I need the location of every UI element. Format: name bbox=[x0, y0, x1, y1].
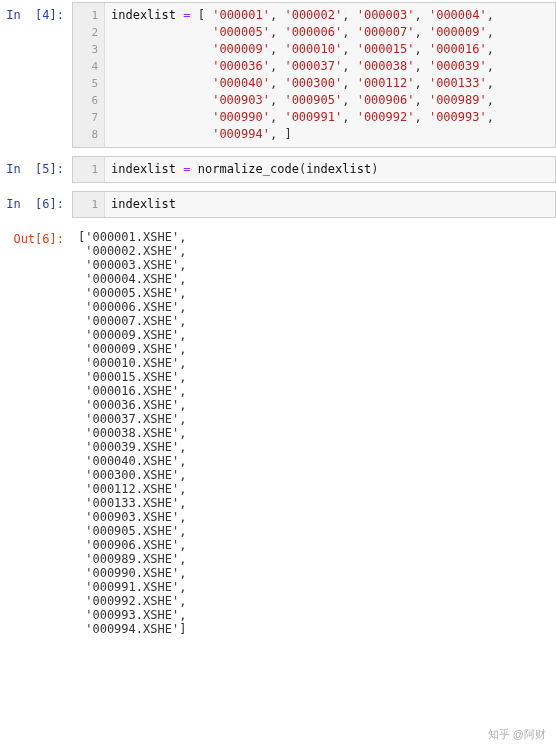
code-token: '000001' bbox=[212, 8, 270, 22]
code-token: '000007' bbox=[357, 25, 415, 39]
code-token: , bbox=[342, 8, 356, 22]
code-token bbox=[111, 93, 212, 107]
code-token: , bbox=[342, 42, 356, 56]
line-gutter: 1 bbox=[73, 192, 105, 217]
code-token: , bbox=[270, 8, 284, 22]
input-prompt: In [6]: bbox=[0, 191, 72, 218]
input-area[interactable]: 1indexlist = normalize_code(indexlist) bbox=[72, 156, 556, 183]
code-token: , bbox=[487, 25, 494, 39]
code-token: = bbox=[183, 162, 190, 176]
code-token: , bbox=[414, 110, 428, 124]
code-token: '000903' bbox=[212, 93, 270, 107]
code-token: '000038' bbox=[357, 59, 415, 73]
code-cell: In [5]:1indexlist = normalize_code(index… bbox=[0, 154, 556, 185]
code-token: '000300' bbox=[284, 76, 342, 90]
code-token: , bbox=[342, 93, 356, 107]
line-number: 1 bbox=[77, 7, 98, 24]
code-token: indexlist bbox=[306, 162, 371, 176]
code-token: , bbox=[342, 59, 356, 73]
code-token: , bbox=[414, 8, 428, 22]
code-token: , ] bbox=[270, 127, 292, 141]
code-token: '000006' bbox=[284, 25, 342, 39]
code-token bbox=[111, 59, 212, 73]
code-token: '000133' bbox=[429, 76, 487, 90]
code-token: , bbox=[414, 25, 428, 39]
code-editor[interactable]: indexlist = [ '000001', '000002', '00000… bbox=[105, 3, 555, 147]
code-token: normalize_code bbox=[198, 162, 299, 176]
code-token: , bbox=[270, 25, 284, 39]
code-token: '000004' bbox=[429, 8, 487, 22]
code-cell: In [4]:12345678indexlist = [ '000001', '… bbox=[0, 0, 556, 150]
code-token: '000015' bbox=[357, 42, 415, 56]
line-gutter: 1 bbox=[73, 157, 105, 182]
code-token: , bbox=[487, 93, 494, 107]
input-area[interactable]: 1indexlist bbox=[72, 191, 556, 218]
code-token bbox=[191, 162, 198, 176]
line-number: 2 bbox=[77, 24, 98, 41]
code-token: '000037' bbox=[284, 59, 342, 73]
code-token: , bbox=[342, 25, 356, 39]
input-prompt: In [4]: bbox=[0, 2, 72, 148]
code-token: indexlist bbox=[111, 197, 176, 211]
code-token: '000005' bbox=[212, 25, 270, 39]
code-token: '000010' bbox=[284, 42, 342, 56]
code-token bbox=[111, 25, 212, 39]
code-token: ) bbox=[371, 162, 378, 176]
code-cell: In [6]:1indexlist bbox=[0, 189, 556, 220]
code-token: , bbox=[487, 42, 494, 56]
code-token: , bbox=[270, 42, 284, 56]
code-token: '000906' bbox=[357, 93, 415, 107]
code-token: '000905' bbox=[284, 93, 342, 107]
code-token: '000036' bbox=[212, 59, 270, 73]
line-number: 4 bbox=[77, 58, 98, 75]
output-cell: Out[6]:['000001.XSHE', '000002.XSHE', '0… bbox=[0, 224, 556, 638]
code-token: = bbox=[183, 8, 190, 22]
code-token: , bbox=[487, 76, 494, 90]
line-number: 1 bbox=[77, 161, 98, 178]
code-token: , bbox=[342, 76, 356, 90]
code-token: , bbox=[414, 59, 428, 73]
code-token: '000112' bbox=[357, 76, 415, 90]
code-token: '000009' bbox=[212, 42, 270, 56]
line-gutter: 12345678 bbox=[73, 3, 105, 147]
code-token: '000039' bbox=[429, 59, 487, 73]
code-token: '000009' bbox=[429, 25, 487, 39]
code-token bbox=[111, 42, 212, 56]
line-number: 6 bbox=[77, 92, 98, 109]
code-token bbox=[111, 110, 212, 124]
code-token bbox=[111, 76, 212, 90]
code-token: '000993' bbox=[429, 110, 487, 124]
code-token: '000016' bbox=[429, 42, 487, 56]
code-token: , bbox=[342, 110, 356, 124]
input-area[interactable]: 12345678indexlist = [ '000001', '000002'… bbox=[72, 2, 556, 148]
line-number: 5 bbox=[77, 75, 98, 92]
code-token bbox=[111, 127, 212, 141]
line-number: 7 bbox=[77, 109, 98, 126]
input-prompt: In [5]: bbox=[0, 156, 72, 183]
code-token: '000992' bbox=[357, 110, 415, 124]
code-editor[interactable]: indexlist = normalize_code(indexlist) bbox=[105, 157, 555, 182]
code-token: '000002' bbox=[284, 8, 342, 22]
code-token: , bbox=[487, 110, 494, 124]
code-token: , bbox=[487, 8, 494, 22]
output-text: ['000001.XSHE', '000002.XSHE', '000003.X… bbox=[72, 226, 556, 636]
code-token: '000989' bbox=[429, 93, 487, 107]
line-number: 8 bbox=[77, 126, 98, 143]
code-token: [ bbox=[191, 8, 213, 22]
code-editor[interactable]: indexlist bbox=[105, 192, 555, 217]
code-token: , bbox=[270, 110, 284, 124]
code-token: , bbox=[414, 93, 428, 107]
code-token: '000994' bbox=[212, 127, 270, 141]
output-prompt: Out[6]: bbox=[0, 226, 72, 636]
code-token: , bbox=[414, 76, 428, 90]
code-token: indexlist bbox=[111, 162, 176, 176]
code-token: '000040' bbox=[212, 76, 270, 90]
code-token: , bbox=[270, 76, 284, 90]
code-token: '000991' bbox=[284, 110, 342, 124]
code-token: indexlist bbox=[111, 8, 176, 22]
code-token: , bbox=[487, 59, 494, 73]
line-number: 3 bbox=[77, 41, 98, 58]
code-token: '000990' bbox=[212, 110, 270, 124]
code-token: '000003' bbox=[357, 8, 415, 22]
code-token: , bbox=[270, 93, 284, 107]
